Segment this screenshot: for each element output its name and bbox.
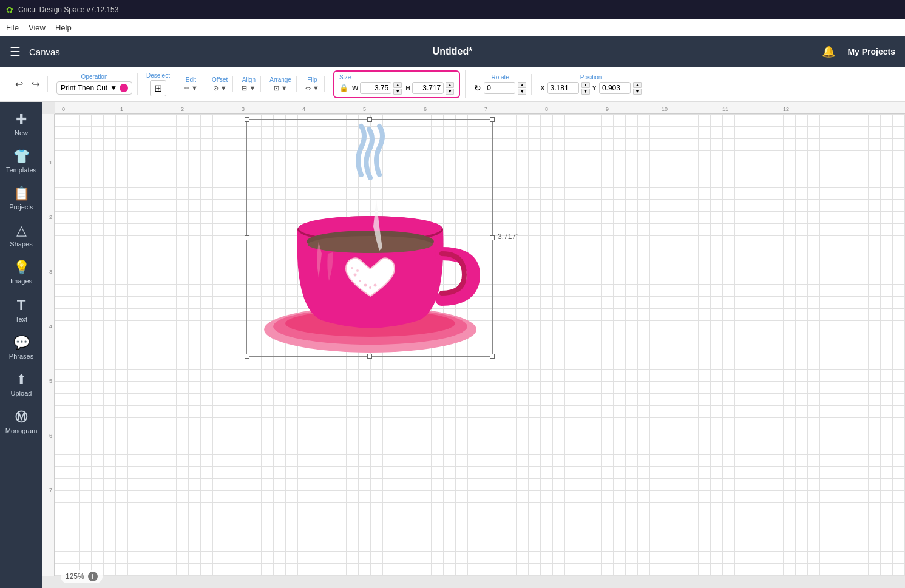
deselect-button[interactable]: ⊞: [150, 80, 166, 96]
new-icon: ✚: [16, 112, 27, 127]
flip-label: Flip: [307, 76, 317, 83]
sidebar-item-shapes[interactable]: △ Shapes: [3, 218, 39, 252]
svg-point-8: [359, 280, 361, 282]
canvas-label: Canvas: [29, 47, 60, 57]
height-spinner[interactable]: ▲ ▼: [446, 82, 454, 95]
align-button[interactable]: ⊟ ▼: [242, 84, 256, 92]
notification-bell-icon[interactable]: 🔔: [822, 45, 835, 58]
sidebar-item-projects[interactable]: 📋 Projects: [3, 181, 39, 215]
hamburger-menu[interactable]: ☰: [10, 44, 21, 59]
pos-x-up[interactable]: ▲: [581, 82, 590, 88]
width-down-arrow[interactable]: ▼: [393, 89, 402, 95]
x-label: X: [540, 84, 544, 92]
position-x-input[interactable]: [547, 82, 579, 94]
height-down-arrow[interactable]: ▼: [446, 89, 454, 95]
height-label: H: [405, 84, 410, 92]
undo-redo-group: ↩ ↪: [7, 76, 48, 92]
sidebar-item-text[interactable]: T Text: [3, 292, 39, 328]
lock-icon[interactable]: 🔒: [339, 84, 348, 92]
projects-icon: 📋: [13, 186, 30, 201]
zoom-info-icon[interactable]: i: [88, 572, 98, 581]
sidebar-item-label-text: Text: [15, 316, 27, 323]
arrange-button[interactable]: ⊡ ▼: [274, 84, 288, 92]
pos-y-down[interactable]: ▼: [633, 89, 642, 95]
menu-file[interactable]: File: [6, 23, 19, 32]
rotate-icon: ↻: [474, 83, 481, 93]
sidebar-item-templates[interactable]: 👕 Templates: [3, 144, 39, 178]
app-title: Cricut Design Space v7.12.153: [18, 5, 118, 14]
svg-point-10: [369, 286, 371, 289]
rotate-spinner[interactable]: ▲ ▼: [518, 82, 526, 95]
height-input[interactable]: [412, 82, 444, 94]
cup-image[interactable]: [249, 120, 492, 363]
width-input[interactable]: [360, 82, 391, 94]
rotate-down-arrow[interactable]: ▼: [518, 89, 526, 95]
rotate-up-arrow[interactable]: ▲: [518, 82, 526, 88]
sidebar-item-label-projects: Projects: [9, 203, 33, 211]
text-icon: T: [17, 297, 26, 314]
flip-button[interactable]: ⇔ ▼: [305, 84, 319, 92]
my-projects-button[interactable]: My Projects: [847, 47, 895, 56]
position-label: Position: [580, 74, 602, 81]
undo-button[interactable]: ↩: [12, 76, 26, 92]
operation-group: Operation Print Then Cut ▼: [52, 73, 138, 95]
operation-value: Print Then Cut: [61, 84, 107, 92]
menu-view[interactable]: View: [29, 23, 46, 32]
sidebar-item-new[interactable]: ✚ New: [3, 107, 39, 141]
sidebar-item-images[interactable]: 💡 Images: [3, 255, 39, 289]
position-x-spinner[interactable]: ▲ ▼: [581, 82, 590, 95]
deselect-label: Deselect: [146, 72, 170, 79]
rotate-input[interactable]: [484, 82, 515, 94]
main-layout: ☰ Canvas Untitled* 🔔 My Projects ↩ ↪ Ope…: [0, 36, 905, 588]
content: ✚ New 👕 Templates 📋 Projects △ Shapes 💡 …: [0, 102, 905, 588]
zoom-indicator: 125% i: [61, 570, 103, 583]
ruler-horizontal: 0 1 2 3 4 5 6 7 8 9 10 11 12: [55, 102, 905, 114]
offset-button[interactable]: ⊙ ▼: [213, 84, 227, 92]
phrases-icon: 💬: [13, 335, 30, 351]
width-spinner[interactable]: ▲ ▼: [393, 82, 402, 95]
canvas-grid[interactable]: 3.717": [55, 114, 905, 576]
y-label: Y: [592, 84, 597, 92]
offset-label: Offset: [212, 76, 228, 83]
document-title: Untitled*: [433, 46, 473, 57]
sidebar-item-label-images: Images: [10, 277, 32, 285]
canvas-area[interactable]: 0 1 2 3 4 5 6 7 8 9 10 11 12 1 2: [42, 102, 905, 588]
sidebar-item-label-upload: Upload: [11, 390, 32, 397]
sidebar-item-upload[interactable]: ⬆ Upload: [3, 367, 39, 402]
sidebar-item-phrases[interactable]: 💬 Phrases: [3, 330, 39, 365]
header-right: 🔔 My Projects: [822, 45, 895, 58]
images-icon: 💡: [13, 260, 30, 275]
pos-y-up[interactable]: ▲: [633, 82, 642, 88]
flip-group: Flip ⇔ ▼: [300, 76, 325, 92]
sidebar-item-label-phrases: Phrases: [9, 353, 33, 360]
position-y-spinner[interactable]: ▲ ▼: [633, 82, 642, 95]
width-up-arrow[interactable]: ▲: [393, 82, 402, 88]
sidebar-item-label-monogram: Monogram: [5, 427, 38, 434]
menu-help[interactable]: Help: [55, 23, 72, 32]
sidebar-item-label-new: New: [15, 129, 28, 137]
sidebar-item-monogram[interactable]: Ⓜ Monogram: [3, 404, 39, 439]
arrange-group: Arrange ⊡ ▼: [265, 76, 297, 92]
edit-label: Edit: [186, 76, 196, 83]
svg-point-6: [308, 236, 433, 253]
ruler-vertical: 1 2 3 4 5 6 7: [42, 114, 55, 576]
sidebar: ✚ New 👕 Templates 📋 Projects △ Shapes 💡 …: [0, 102, 42, 588]
edit-group: Edit ✏ ▼: [179, 76, 203, 92]
edit-button[interactable]: ✏ ▼: [184, 84, 198, 92]
arrange-label: Arrange: [269, 76, 291, 83]
align-group: Align ⊟ ▼: [237, 76, 261, 92]
pos-x-down[interactable]: ▼: [581, 89, 590, 95]
canvas-size-label: 3.717": [498, 232, 518, 241]
operation-label: Operation: [81, 73, 108, 80]
sidebar-item-label-shapes: Shapes: [10, 240, 32, 248]
operation-select[interactable]: Print Then Cut ▼: [56, 81, 132, 95]
height-up-arrow[interactable]: ▲: [446, 82, 454, 88]
titlebar: ✿ Cricut Design Space v7.12.153: [0, 0, 905, 19]
position-y-input[interactable]: [599, 82, 631, 94]
offset-group: Offset ⊙ ▼: [207, 76, 234, 92]
size-group: Size 🔒 W ▲ ▼ H ▲: [328, 70, 466, 98]
sidebar-item-label-templates: Templates: [6, 166, 36, 174]
menubar: File View Help: [0, 19, 905, 36]
redo-button[interactable]: ↪: [29, 76, 42, 92]
templates-icon: 👕: [13, 149, 30, 164]
